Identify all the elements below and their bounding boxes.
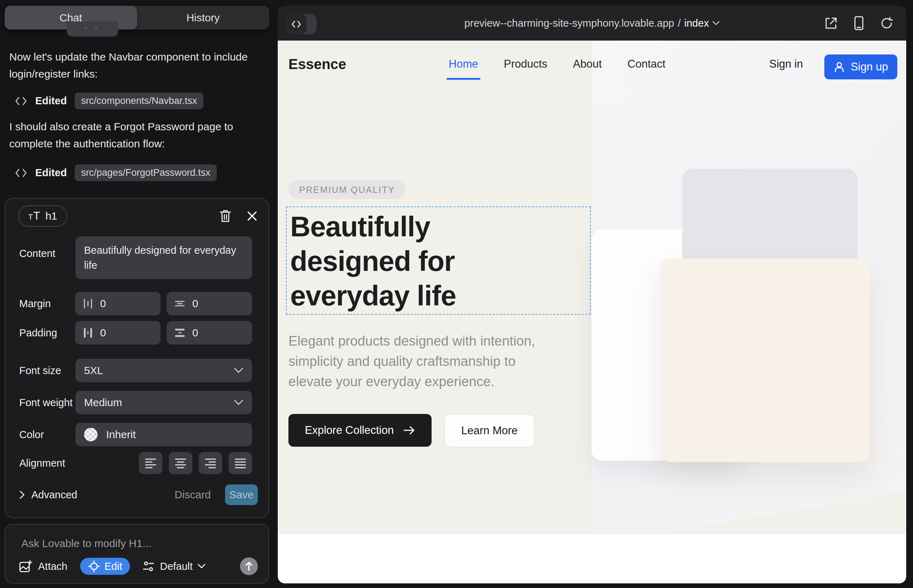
open-external-icon[interactable] [824, 16, 838, 30]
element-editor-panel: TT h1 Content Beautifully designed for e… [5, 198, 269, 518]
advanced-label: Advanced [31, 489, 77, 501]
font-size-label: Font size [19, 365, 61, 376]
arrow-up-icon [244, 561, 253, 571]
edited-label: Edited [35, 167, 67, 179]
mode-label: Default [160, 561, 193, 572]
explore-collection-label: Explore Collection [305, 424, 394, 437]
chevron-down-icon [233, 367, 244, 374]
margin-x-input[interactable]: 0 [75, 292, 160, 315]
chat-message: Now let's update the Navbar component to… [9, 48, 255, 82]
chevron-right-icon [19, 490, 25, 499]
sign-in-link[interactable]: Sign in [769, 58, 803, 71]
typography-icon: TT [28, 210, 40, 223]
chevron-down-icon [197, 564, 206, 569]
edited-file-pill[interactable]: src/components/Navbar.tsx [75, 92, 204, 109]
tab-history[interactable]: History [137, 6, 270, 29]
hero-paragraph-line: elevate your everyday experience. [288, 372, 535, 392]
hero-paragraph: Elegant products designed with intention… [288, 331, 535, 392]
url-separator: / [678, 18, 680, 29]
margin-vertical-icon [175, 299, 185, 309]
user-icon [834, 61, 845, 73]
hero-paragraph-line: simplicity and quality craftsmanship to [288, 351, 535, 372]
color-row: Color Inherit [19, 423, 252, 446]
advanced-toggle[interactable]: Advanced [19, 489, 77, 501]
padding-x-input[interactable]: 0 [75, 321, 160, 344]
edited-file-row: Edited src/components/Navbar.tsx [15, 92, 203, 109]
font-size-select[interactable]: 5XL [76, 359, 252, 382]
padding-vertical-icon [175, 328, 185, 338]
edited-label: Edited [35, 95, 67, 107]
edited-file-pill[interactable]: src/pages/ForgotPassword.tsx [75, 165, 217, 181]
padding-x-value: 0 [100, 327, 106, 339]
decor-card-beige [660, 258, 870, 462]
content-label: Content [19, 248, 55, 260]
hero-heading-line: everyday life [290, 278, 456, 313]
margin-label: Margin [19, 298, 51, 310]
site-logo[interactable]: Essence [288, 56, 346, 72]
model-selector[interactable]: Default [142, 561, 206, 572]
padding-y-input[interactable]: 0 [167, 321, 252, 344]
font-weight-select[interactable]: Medium [76, 391, 252, 414]
align-left-button[interactable] [139, 452, 162, 474]
alignment-row: Alignment [19, 452, 252, 474]
send-button[interactable] [240, 557, 258, 575]
explore-collection-button[interactable]: Explore Collection [288, 414, 432, 447]
target-icon [88, 560, 100, 572]
scrolled-pill-dots: · · [66, 24, 118, 32]
margin-y-input[interactable]: 0 [167, 292, 252, 315]
align-right-button[interactable] [199, 452, 222, 474]
discard-button[interactable]: Discard [175, 489, 211, 501]
chevron-down-icon [233, 399, 244, 406]
color-label: Color [19, 429, 44, 441]
learn-more-button[interactable]: Learn More [444, 414, 534, 447]
align-left-icon [144, 458, 157, 468]
attach-image-icon [19, 559, 32, 573]
nav-link-products[interactable]: Products [504, 58, 547, 71]
font-weight-row: Font weight Medium [19, 391, 252, 414]
sign-up-button[interactable]: Sign up [824, 55, 897, 79]
preview-pane: preview--charming-site-symphony.lovable.… [278, 6, 906, 583]
font-weight-label: Font weight [19, 397, 73, 409]
edit-mode-button[interactable]: Edit [80, 558, 130, 575]
sliders-icon [142, 561, 155, 572]
editor-footer: Advanced Discard Save [19, 484, 258, 506]
align-center-icon [175, 458, 186, 468]
close-icon[interactable] [246, 210, 258, 222]
prompt-input[interactable]: Ask Lovable to modify H1... [21, 538, 151, 549]
hero-heading-line: Beautifully [290, 209, 456, 244]
element-tag-chip[interactable]: TT h1 [18, 205, 67, 227]
font-weight-value: Medium [84, 396, 122, 409]
save-button[interactable]: Save [225, 485, 258, 505]
nav-links: Home Products About Contact [448, 40, 665, 87]
padding-field-row: Padding 0 0 [19, 321, 252, 344]
nav-link-about[interactable]: About [573, 58, 602, 71]
font-size-row: Font size 5XL [19, 359, 252, 382]
preview-url-host: preview--charming-site-symphony.lovable.… [465, 18, 674, 29]
align-center-button[interactable] [169, 452, 192, 474]
chat-message: I should also create a Forgot Password p… [9, 118, 255, 152]
content-field-row: Content Beautifully designed for everyda… [19, 236, 252, 279]
nav-link-contact[interactable]: Contact [627, 58, 665, 71]
color-select[interactable]: Inherit [76, 423, 252, 446]
align-right-icon [204, 458, 217, 468]
preview-actions [824, 6, 894, 40]
nav-link-home[interactable]: Home [448, 58, 478, 71]
align-justify-button[interactable] [228, 452, 252, 474]
hero-heading[interactable]: Beautifully designed for everyday life [290, 209, 456, 313]
preview-url-bar[interactable]: preview--charming-site-symphony.lovable.… [278, 6, 906, 40]
content-input[interactable]: Beautifully designed for everyday life [76, 236, 252, 279]
margin-horizontal-icon [83, 298, 93, 309]
chat-panel: Chat History · · Now let's update the Na… [0, 0, 278, 588]
trash-icon[interactable] [219, 209, 231, 223]
mobile-view-icon[interactable] [853, 16, 864, 31]
padding-y-value: 0 [192, 327, 198, 339]
attach-button[interactable]: Attach [19, 559, 67, 573]
code-icon [15, 96, 28, 107]
margin-y-value: 0 [192, 297, 198, 310]
element-tag-name: h1 [45, 210, 57, 222]
prompt-composer: Ask Lovable to modify H1... Attach Edit … [5, 524, 269, 584]
composer-toolbar: Attach Edit Default [19, 557, 258, 575]
site-navbar: Essence Home Products About Contact Sign… [278, 40, 906, 87]
hero-heading-line: designed for [290, 244, 456, 278]
refresh-icon[interactable] [880, 16, 894, 30]
